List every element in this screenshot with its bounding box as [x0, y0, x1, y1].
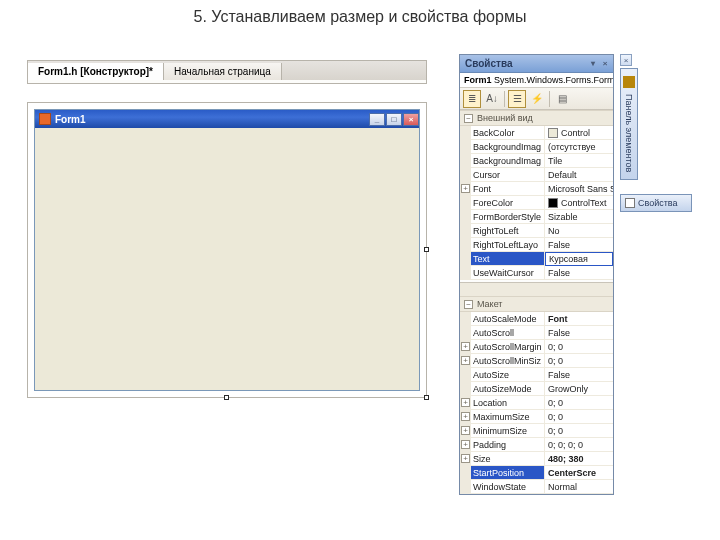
dock-close-icon[interactable]: ×: [620, 54, 632, 66]
maximize-button[interactable]: □: [386, 113, 402, 126]
property-row[interactable]: +Size480; 380: [460, 452, 613, 466]
object-type-text: System.Windows.Forms.Form: [494, 75, 613, 85]
expand-cell: [460, 224, 471, 237]
property-name: Size: [471, 452, 545, 465]
property-value[interactable]: 480; 380: [545, 452, 613, 465]
form1-title-text: Form1: [55, 114, 86, 125]
value-text: 480; 380: [548, 452, 584, 465]
form1-titlebar[interactable]: Form1 _ □ ×: [35, 110, 419, 128]
property-value[interactable]: 0; 0: [545, 410, 613, 423]
property-value[interactable]: 0; 0: [545, 354, 613, 367]
collapse-icon[interactable]: −: [464, 114, 473, 123]
property-row[interactable]: RightToLeftNo: [460, 224, 613, 238]
document-tabstrip: Form1.h [Конструктор]* Начальная страниц…: [27, 60, 427, 80]
property-row[interactable]: ForeColorControlText: [460, 196, 613, 210]
property-row[interactable]: AutoScrollFalse: [460, 326, 613, 340]
property-value[interactable]: Default: [545, 168, 613, 181]
property-row[interactable]: RightToLeftLayoFalse: [460, 238, 613, 252]
property-row[interactable]: +MinimumSize0; 0: [460, 424, 613, 438]
property-row[interactable]: +Padding0; 0; 0; 0: [460, 438, 613, 452]
minimize-button[interactable]: _: [369, 113, 385, 126]
property-name: AutoScrollMinSiz: [471, 354, 545, 367]
property-value[interactable]: GrowOnly: [545, 382, 613, 395]
property-value[interactable]: 0; 0: [545, 424, 613, 437]
property-value[interactable]: No: [545, 224, 613, 237]
property-value[interactable]: 0; 0: [545, 340, 613, 353]
property-row[interactable]: +MaximumSize0; 0: [460, 410, 613, 424]
property-pages-button[interactable]: ▤: [553, 90, 571, 108]
design-surface[interactable]: Form1 _ □ ×: [27, 102, 427, 398]
property-row[interactable]: StartPositionCenterScre: [460, 466, 613, 480]
property-row[interactable]: BackgroundImagTile: [460, 154, 613, 168]
value-text: Default: [548, 168, 577, 181]
toolbox-tab[interactable]: Панель элементов: [620, 68, 638, 180]
property-row[interactable]: +AutoScrollMinSiz0; 0: [460, 354, 613, 368]
property-value[interactable]: False: [545, 368, 613, 381]
property-value[interactable]: 0; 0; 0; 0: [545, 438, 613, 451]
tab-form1-designer[interactable]: Form1.h [Конструктор]*: [28, 63, 164, 80]
category-layout[interactable]: − Макет: [460, 296, 613, 312]
expand-cell[interactable]: +: [460, 452, 471, 465]
property-row[interactable]: AutoScaleModeFont: [460, 312, 613, 326]
expand-cell[interactable]: +: [460, 340, 471, 353]
property-value[interactable]: Sizable: [545, 210, 613, 223]
property-row[interactable]: +Location0; 0: [460, 396, 613, 410]
property-row[interactable]: BackgroundImag(отсутствуе: [460, 140, 613, 154]
panel-dropdown-icon[interactable]: ▾: [588, 59, 598, 69]
panel-close-icon[interactable]: ×: [600, 59, 610, 69]
resize-handle-se[interactable]: [424, 395, 429, 400]
events-button[interactable]: ⚡: [528, 90, 546, 108]
form1-window[interactable]: Form1 _ □ ×: [34, 109, 420, 391]
expand-cell: [460, 154, 471, 167]
property-row[interactable]: AutoSizeFalse: [460, 368, 613, 382]
expand-cell[interactable]: +: [460, 354, 471, 367]
property-value[interactable]: 0; 0: [545, 396, 613, 409]
expand-cell[interactable]: +: [460, 438, 471, 451]
property-value[interactable]: False: [545, 326, 613, 339]
property-value[interactable]: ControlText: [545, 196, 613, 209]
expand-cell[interactable]: +: [460, 424, 471, 437]
properties-panel-title[interactable]: Свойства ▾ ×: [460, 55, 613, 73]
property-value[interactable]: False: [545, 266, 613, 279]
property-value[interactable]: (отсутствуе: [545, 140, 613, 153]
close-button[interactable]: ×: [403, 113, 419, 126]
property-row[interactable]: UseWaitCursorFalse: [460, 266, 613, 280]
expand-cell[interactable]: +: [460, 182, 471, 195]
property-name: MinimumSize: [471, 424, 545, 437]
property-row[interactable]: CursorDefault: [460, 168, 613, 182]
property-row[interactable]: TextКурсовая: [460, 252, 613, 266]
resize-handle-e[interactable]: [424, 247, 429, 252]
property-value[interactable]: Control: [545, 126, 613, 139]
value-text: Tile: [548, 154, 562, 167]
properties-button[interactable]: ☰: [508, 90, 526, 108]
category-appearance[interactable]: − Внешний вид: [460, 110, 613, 126]
expand-cell: [460, 382, 471, 395]
property-row[interactable]: +FontMicrosoft Sans Se: [460, 182, 613, 196]
property-value[interactable]: Font: [545, 312, 613, 325]
property-value[interactable]: Normal: [545, 480, 613, 493]
expand-cell: [460, 196, 471, 209]
resize-handle-s[interactable]: [224, 395, 229, 400]
object-name: Form1: [464, 75, 492, 85]
properties-object-selector[interactable]: Form1 System.Windows.Forms.Form: [460, 73, 613, 88]
expand-cell[interactable]: +: [460, 410, 471, 423]
property-row[interactable]: +AutoScrollMargin0; 0: [460, 340, 613, 354]
expand-cell[interactable]: +: [460, 396, 471, 409]
property-name: Padding: [471, 438, 545, 451]
property-value[interactable]: Курсовая: [545, 252, 613, 266]
property-row[interactable]: AutoSizeModeGrowOnly: [460, 382, 613, 396]
property-value[interactable]: CenterScre: [545, 466, 613, 479]
property-row[interactable]: BackColorControl: [460, 126, 613, 140]
value-text: GrowOnly: [548, 382, 588, 395]
alphabetical-button[interactable]: A↓: [483, 90, 501, 108]
categorized-button[interactable]: ≣: [463, 90, 481, 108]
value-text: False: [548, 266, 570, 279]
value-text: 0; 0; 0; 0: [548, 438, 583, 451]
property-row[interactable]: FormBorderStyleSizable: [460, 210, 613, 224]
property-row[interactable]: WindowStateNormal: [460, 480, 613, 494]
property-value[interactable]: Tile: [545, 154, 613, 167]
property-value[interactable]: Microsoft Sans Se: [545, 182, 613, 195]
property-value[interactable]: False: [545, 238, 613, 251]
tab-start-page[interactable]: Начальная страница: [164, 63, 282, 80]
collapse-icon[interactable]: −: [464, 300, 473, 309]
